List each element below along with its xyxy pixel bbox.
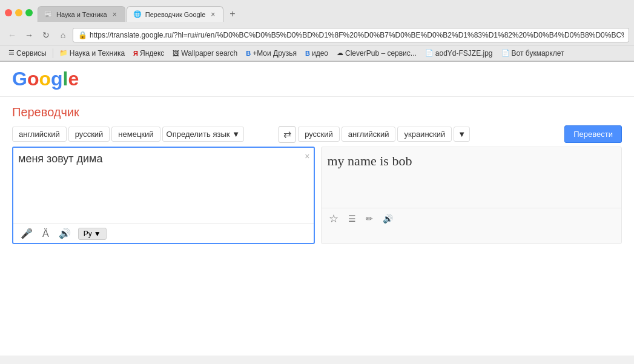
bookmark-friends[interactable]: В +Мои Друзья (242, 48, 300, 59)
bookmark-bookmarklet[interactable]: 📄 Вот букмарклет (498, 48, 568, 59)
services-icon: ☰ (8, 49, 15, 57)
swap-languages-button[interactable]: ⇄ (279, 126, 296, 143)
source-lang-detect-label: Определить язык (167, 130, 230, 139)
target-lang-english[interactable]: английский (342, 127, 396, 142)
bookmark-video-label: идео (312, 49, 328, 58)
google-header: Google (0, 62, 634, 97)
video-icon: В (305, 50, 310, 57)
bookmark-yandex-label: Яндекс (140, 49, 164, 58)
bookmark-cleverpub[interactable]: ☁ CleverPub – сервис... (333, 48, 420, 59)
google-logo: Google (12, 68, 622, 90)
bookmark-separator-1 (53, 48, 53, 58)
tab2-favicon: 🌐 (133, 10, 142, 19)
source-lang-russian[interactable]: русский (68, 127, 110, 142)
logo-o2: o (39, 68, 51, 90)
nauka-icon: 📁 (59, 49, 68, 57)
target-lang-more-dropdown[interactable]: ▼ (454, 127, 470, 142)
target-lang-russian[interactable]: русский (298, 127, 340, 142)
bookmark-image[interactable]: 📄 aodYd-FSJZE.jpg (421, 48, 497, 59)
forward-button[interactable]: → (22, 28, 36, 42)
tab1-favicon: 📰 (44, 10, 53, 19)
logo-o1: o (27, 68, 39, 90)
tab1-close-button[interactable]: × (111, 10, 119, 19)
source-mic-button[interactable]: 🎤 (18, 227, 35, 240)
bookmark-nauka[interactable]: 📁 Наука и Техника (56, 48, 128, 59)
source-lang-indicator[interactable]: Ру ▼ (78, 228, 107, 240)
bookmarklet-icon: 📄 (501, 49, 510, 57)
reload-button[interactable]: ↻ (39, 28, 53, 42)
target-edit-button[interactable]: ✏ (363, 213, 375, 225)
bookmark-bookmarklet-label: Вот букмарклет (512, 49, 564, 58)
window-controls (5, 9, 33, 16)
translation-panels: меня зовут дима × 🎤 Ä 🔊 Ру ▼ my name is … (0, 147, 634, 250)
tab1-title: Наука и Техника (56, 11, 107, 18)
target-text: my name is bob (322, 147, 622, 208)
bookmark-wallpaper[interactable]: 🖼 Wallpaper search (169, 48, 241, 59)
source-lang-indicator-label: Ру (84, 230, 92, 238)
bookmark-video[interactable]: В идео (302, 48, 332, 59)
target-panel: my name is bob ☆ ☰ ✏ 🔊 (321, 147, 622, 244)
source-lang-buttons: английский русский немецкий Определить я… (12, 127, 276, 142)
source-toolbar: 🎤 Ä 🔊 Ру ▼ (13, 223, 314, 243)
target-lang-buttons: русский английский украинский ▼ (298, 127, 562, 142)
source-lang-detect-dropdown[interactable]: Определить язык ▼ (162, 127, 244, 142)
bookmark-image-label: aodYd-FSJZE.jpg (435, 49, 493, 58)
new-tab-button[interactable]: + (225, 6, 240, 22)
page-content: Google Переводчик английский русский нем… (0, 62, 634, 356)
bookmark-wallpaper-label: Wallpaper search (181, 49, 237, 58)
home-button[interactable]: ⌂ (56, 28, 70, 42)
page-title: Переводчик (0, 97, 634, 125)
tab-nauka[interactable]: 📰 Наука и Техника × (38, 6, 125, 22)
bookmark-services[interactable]: ☰ Сервисы (5, 48, 50, 59)
source-lang-dropdown-arrow: ▼ (232, 130, 240, 139)
source-audio-button[interactable]: 🔊 (56, 227, 73, 240)
minimize-window-button[interactable] (15, 9, 22, 16)
source-textarea[interactable]: меня зовут дима (13, 148, 314, 221)
source-lang-english[interactable]: английский (12, 127, 67, 142)
translate-button[interactable]: Перевести (564, 125, 622, 143)
close-window-button[interactable] (5, 9, 12, 16)
browser-chrome: 📰 Наука и Техника × 🌐 Переводчик Google … (0, 0, 634, 62)
bookmark-services-label: Сервисы (16, 49, 47, 58)
lock-icon: 🔒 (78, 31, 87, 39)
source-lang-german[interactable]: немецкий (111, 127, 160, 142)
target-toolbar: ☆ ☰ ✏ 🔊 (322, 208, 622, 229)
target-list-button[interactable]: ☰ (346, 213, 358, 225)
bookmark-friends-label: +Мои Друзья (253, 49, 297, 58)
friends-icon: В (246, 50, 251, 57)
title-bar: 📰 Наука и Техника × 🌐 Переводчик Google … (0, 0, 634, 25)
address-bar[interactable]: 🔒 (73, 28, 629, 42)
target-star-button[interactable]: ☆ (326, 211, 341, 227)
clear-source-button[interactable]: × (305, 151, 309, 161)
tabs-bar: 📰 Наука и Техника × 🌐 Переводчик Google … (38, 4, 629, 22)
image-icon: 📄 (425, 49, 434, 57)
source-lang-indicator-arrow: ▼ (94, 230, 101, 238)
back-button[interactable]: ← (5, 28, 19, 42)
bookmark-nauka-label: Наука и Техника (70, 49, 125, 58)
wallpaper-icon: 🖼 (173, 50, 179, 57)
cleverpub-icon: ☁ (337, 49, 343, 57)
language-controls-row: английский русский немецкий Определить я… (0, 125, 634, 147)
yandex-icon: Я (133, 50, 138, 57)
logo-g2: g (51, 68, 63, 90)
source-panel: меня зовут дима × 🎤 Ä 🔊 Ру ▼ (12, 147, 315, 244)
target-lang-ukrainian[interactable]: украинский (397, 127, 452, 142)
target-audio-button[interactable]: 🔊 (380, 213, 395, 225)
bookmark-yandex[interactable]: Я Яндекс (130, 48, 168, 59)
url-input[interactable] (90, 31, 624, 39)
source-font-button[interactable]: Ä (40, 227, 51, 240)
logo-e: e (68, 68, 79, 90)
tab2-close-button[interactable]: × (209, 10, 217, 19)
logo-g: G (12, 68, 27, 90)
bookmark-cleverpub-label: CleverPub – сервис... (345, 49, 417, 58)
tab-translate[interactable]: 🌐 Переводчик Google × (127, 6, 224, 22)
maximize-window-button[interactable] (25, 9, 33, 16)
tab2-title: Переводчик Google (145, 11, 206, 18)
navigation-bar: ← → ↻ ⌂ 🔒 (0, 25, 634, 45)
bookmarks-bar: ☰ Сервисы 📁 Наука и Техника Я Яндекс 🖼 W… (0, 45, 634, 61)
